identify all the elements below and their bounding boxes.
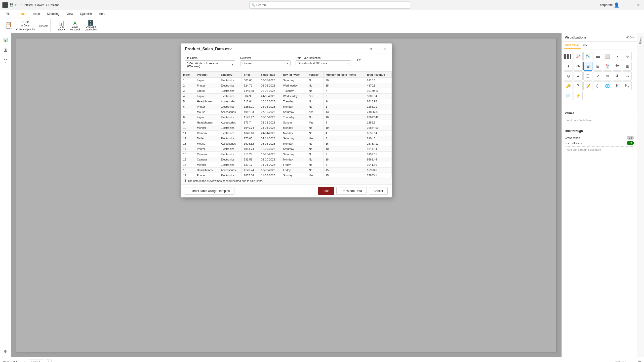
load-button[interactable]: Load — [318, 187, 334, 195]
format-painter-button[interactable]: 🖌 Format painter — [15, 28, 36, 31]
add-page-button[interactable]: + — [46, 359, 52, 362]
file-origin-select[interactable]: 1252: Western European (Windows) ▾ — [185, 60, 235, 69]
get-data-button[interactable]: 📊 Getdata ▾ — [57, 20, 66, 31]
viz-area-chart[interactable]: 📉 — [583, 52, 592, 61]
excel-button[interactable]: X Excelworkbook — [68, 20, 82, 31]
page-tab-1[interactable]: Page 1 — [29, 359, 43, 362]
viz-key-influencer[interactable]: 🔑 — [564, 81, 573, 90]
user-avatar[interactable]: 👤 — [614, 2, 619, 8]
viz-paginated[interactable]: 📄 — [564, 91, 573, 100]
viz-100pct-bar[interactable]: ▪ — [613, 52, 622, 61]
tab-modeling[interactable]: Modeling — [44, 10, 63, 18]
viz-ribbon[interactable]: 🎗 — [613, 71, 622, 81]
build-visual-tab[interactable]: Build visual — [564, 43, 581, 49]
viz-waterfall[interactable]: ⧈ — [603, 71, 612, 81]
modal-table-wrapper[interactable]: index Product category price sales_date … — [181, 71, 392, 177]
extract-table-button[interactable]: Extract Table Using Examples — [185, 187, 234, 195]
more-viz-button[interactable]: ··· — [565, 102, 573, 109]
title-bar: ⬛ 💾 ↩ ↪ Untitled - Power BI Desktop 🔍 co… — [0, 0, 644, 10]
values-drop-zone[interactable]: Add data fields here — [565, 117, 634, 124]
viz-shape-map[interactable]: ⬡ — [593, 81, 602, 90]
keep-filters-toggle[interactable]: On — [627, 141, 634, 145]
modal-close-button[interactable]: ✕ — [382, 47, 388, 52]
viz-smart-narr[interactable]: 📝 — [583, 81, 592, 90]
tab-file[interactable]: File — [2, 10, 14, 18]
panel-more-button[interactable]: ≫ — [630, 35, 634, 39]
sidebar-dax-icon[interactable]: ⚙ — [2, 348, 9, 355]
undo-icon[interactable]: ↩ — [15, 3, 17, 7]
redo-icon[interactable]: ↪ — [19, 3, 21, 7]
onelake-button[interactable]: 🗄️ OneLakedata hub ▾ — [83, 20, 98, 31]
viz-gauge[interactable]: ⊙ — [564, 71, 573, 81]
table-row: 11CameraElectronics1648.1624-04-2023Mond… — [181, 131, 392, 136]
minimize-button[interactable]: ─ — [620, 2, 627, 8]
modal-minimize-button[interactable]: ─ — [375, 47, 381, 52]
table-cell: 7 — [324, 88, 365, 94]
data-type-select[interactable]: Based on first 200 rows ▾ — [296, 60, 351, 66]
viz-scatter[interactable]: ✦ — [564, 62, 573, 71]
sidebar-report-icon[interactable]: 📊 — [1, 35, 10, 44]
cross-report-toggle[interactable]: Off — [627, 136, 634, 140]
transform-data-button[interactable]: Transform Data — [336, 187, 367, 195]
table-cell: Laptop — [195, 94, 219, 99]
viz-matrix[interactable]: ⊟ — [593, 62, 602, 71]
panel-expand-button[interactable]: ≪ — [625, 35, 629, 39]
viz-slicer[interactable]: ☰ — [583, 71, 592, 81]
viz-azure-map[interactable]: 🌐 — [603, 81, 612, 90]
sidebar-model-icon[interactable]: ⬡ — [2, 56, 9, 65]
viz-qna[interactable]: ? — [574, 81, 583, 90]
title-search-box[interactable]: 🔍 — [249, 2, 410, 9]
viz-r-script[interactable]: R — [613, 81, 622, 90]
viz-table[interactable]: ⊞ — [583, 62, 592, 71]
panel-header-buttons: ≪ ≫ — [625, 35, 634, 39]
nav-next-button[interactable]: › — [24, 360, 26, 362]
viz-power-apps[interactable]: ⚡ — [574, 91, 583, 100]
title-search-input[interactable] — [256, 3, 408, 7]
page-canvas: Product_Sales_Data.csv ⚙ ─ ✕ File Origin — [16, 38, 556, 352]
edit-format-tab[interactable]: ✏ — [582, 43, 588, 49]
viz-treemap[interactable]: ▦ — [623, 62, 632, 71]
viz-line-chart[interactable]: 📈 — [574, 52, 583, 61]
viz-decomp-tree[interactable]: ⊸ — [623, 71, 632, 81]
viz-python[interactable]: Py — [623, 81, 632, 90]
table-row: 6PrinterElectronics1285.0126-06-2023Mond… — [181, 104, 392, 109]
tab-home[interactable]: Home — [14, 10, 29, 18]
viz-map[interactable]: 🗺 — [613, 62, 622, 71]
viz-combo-chart[interactable]: ∿ — [623, 52, 632, 61]
table-cell: Camera — [195, 131, 219, 136]
drill-drop-zone[interactable]: Add drill-through fields here — [565, 146, 634, 153]
viz-stacked-bar[interactable]: ⬜ — [603, 52, 612, 61]
table-cell: 03-02-2023 — [259, 168, 281, 173]
col-sales-date: sales_date — [259, 72, 281, 78]
table-cell: No — [307, 146, 324, 152]
tab-view[interactable]: View — [63, 10, 76, 18]
app-title: Untitled - Power BI Desktop — [22, 3, 59, 7]
cut-button[interactable]: ✂ Cut — [15, 20, 36, 24]
refresh-button[interactable]: ⟳ — [356, 56, 362, 64]
viz-bar-chart[interactable]: ▊▋▌ — [564, 52, 573, 61]
table-cell: Printer — [195, 146, 219, 152]
save-icon[interactable]: 💾 — [10, 3, 13, 7]
table-row: 19PrinterElectronics1857.5411-06-2023Sun… — [181, 173, 392, 177]
close-button[interactable]: ✕ — [635, 2, 642, 8]
table-cell: Saturday — [281, 109, 307, 115]
tab-optimize[interactable]: Optimize — [76, 10, 95, 18]
viz-pie[interactable]: ◔ — [574, 62, 583, 71]
modal-settings-button[interactable]: ⚙ — [368, 47, 374, 52]
paste-button[interactable]: 📋 Paste — [4, 21, 14, 30]
delimiter-select[interactable]: Comma ▾ — [240, 60, 291, 66]
table-cell: 24-04-2023 — [259, 131, 281, 136]
nav-prev-button[interactable]: ‹ — [20, 360, 21, 362]
maximize-button[interactable]: □ — [628, 2, 634, 8]
viz-card[interactable]: 🃏 — [603, 62, 612, 71]
tab-help[interactable]: Help — [95, 10, 109, 18]
tab-insert[interactable]: Insert — [29, 10, 44, 18]
cancel-button[interactable]: Cancel — [369, 187, 388, 195]
sidebar-data-icon[interactable]: ⊞ — [2, 46, 9, 54]
table-cell: 1912.03 — [242, 109, 259, 115]
zoom-slider[interactable]: ⊖────⊕ — [623, 359, 641, 362]
viz-kpi[interactable]: ▲ — [574, 71, 583, 81]
copy-button[interactable]: ⧉ Copy — [15, 24, 36, 27]
viz-funnel[interactable]: ⊲ — [593, 71, 602, 81]
viz-clustered-bar[interactable]: ▬ — [593, 52, 602, 61]
